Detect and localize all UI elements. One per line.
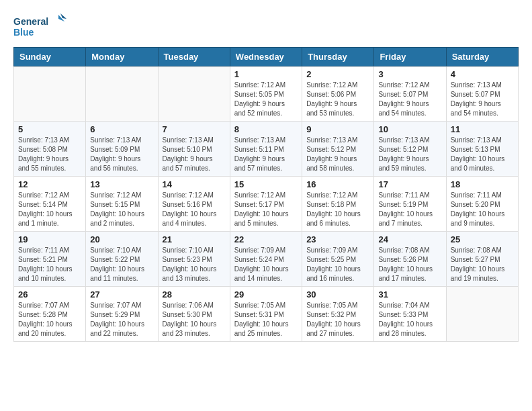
weekday-header-sunday: Sunday [14,48,86,66]
day-info: Sunrise: 7:09 AM Sunset: 5:24 PM Dayligh… [234,246,298,283]
weekday-header-friday: Friday [374,48,446,66]
day-number: 14 [163,179,226,189]
day-info: Sunrise: 7:13 AM Sunset: 5:09 PM Dayligh… [90,136,153,173]
day-info: Sunrise: 7:13 AM Sunset: 5:10 PM Dayligh… [163,136,226,173]
calendar-cell: 17Sunrise: 7:11 AM Sunset: 5:19 PM Dayli… [374,177,446,232]
day-number: 22 [234,234,298,244]
day-info: Sunrise: 7:13 AM Sunset: 5:07 PM Dayligh… [451,81,514,118]
day-number: 21 [163,234,226,244]
weekday-header-saturday: Saturday [446,48,518,66]
day-info: Sunrise: 7:12 AM Sunset: 5:17 PM Dayligh… [234,191,298,228]
day-info: Sunrise: 7:10 AM Sunset: 5:23 PM Dayligh… [163,246,226,283]
calendar-week-row: 19Sunrise: 7:11 AM Sunset: 5:21 PM Dayli… [14,232,519,287]
calendar-cell [446,287,518,342]
day-info: Sunrise: 7:11 AM Sunset: 5:19 PM Dayligh… [378,191,441,228]
calendar-cell: 13Sunrise: 7:12 AM Sunset: 5:15 PM Dayli… [86,177,158,232]
calendar-cell: 16Sunrise: 7:12 AM Sunset: 5:18 PM Dayli… [302,177,374,232]
day-info: Sunrise: 7:08 AM Sunset: 5:27 PM Dayligh… [451,246,514,283]
calendar-week-row: 12Sunrise: 7:12 AM Sunset: 5:14 PM Dayli… [14,177,519,232]
day-number: 29 [234,289,298,300]
day-number: 25 [451,234,514,244]
calendar-cell: 5Sunrise: 7:13 AM Sunset: 5:08 PM Daylig… [14,122,86,177]
day-info: Sunrise: 7:05 AM Sunset: 5:31 PM Dayligh… [234,301,298,338]
logo-svg: General Blue [13,13,67,40]
day-info: Sunrise: 7:13 AM Sunset: 5:08 PM Dayligh… [18,136,81,173]
day-info: Sunrise: 7:13 AM Sunset: 5:13 PM Dayligh… [451,136,514,173]
calendar-week-row: 1Sunrise: 7:12 AM Sunset: 5:05 PM Daylig… [14,66,519,122]
day-info: Sunrise: 7:12 AM Sunset: 5:16 PM Dayligh… [163,191,226,228]
calendar-cell: 10Sunrise: 7:13 AM Sunset: 5:12 PM Dayli… [374,122,446,177]
calendar-cell: 19Sunrise: 7:11 AM Sunset: 5:21 PM Dayli… [14,232,86,287]
day-info: Sunrise: 7:07 AM Sunset: 5:28 PM Dayligh… [18,301,81,338]
day-number: 12 [18,179,81,189]
calendar-cell: 6Sunrise: 7:13 AM Sunset: 5:09 PM Daylig… [86,122,158,177]
day-info: Sunrise: 7:06 AM Sunset: 5:30 PM Dayligh… [163,301,226,338]
svg-marker-2 [60,13,66,19]
day-number: 10 [378,124,441,134]
calendar-cell: 28Sunrise: 7:06 AM Sunset: 5:30 PM Dayli… [158,287,230,342]
day-info: Sunrise: 7:10 AM Sunset: 5:22 PM Dayligh… [90,246,153,283]
day-info: Sunrise: 7:13 AM Sunset: 5:11 PM Dayligh… [234,136,298,173]
calendar-cell: 25Sunrise: 7:08 AM Sunset: 5:27 PM Dayli… [446,232,518,287]
day-number: 15 [234,179,298,189]
calendar-cell: 11Sunrise: 7:13 AM Sunset: 5:13 PM Dayli… [446,122,518,177]
day-info: Sunrise: 7:12 AM Sunset: 5:14 PM Dayligh… [18,191,81,228]
day-info: Sunrise: 7:09 AM Sunset: 5:25 PM Dayligh… [306,246,369,283]
day-info: Sunrise: 7:04 AM Sunset: 5:33 PM Dayligh… [378,301,441,338]
day-number: 6 [90,124,153,134]
day-info: Sunrise: 7:11 AM Sunset: 5:21 PM Dayligh… [18,246,81,283]
calendar-cell: 21Sunrise: 7:10 AM Sunset: 5:23 PM Dayli… [158,232,230,287]
day-info: Sunrise: 7:07 AM Sunset: 5:29 PM Dayligh… [90,301,153,338]
day-number: 24 [378,234,441,244]
day-number: 1 [234,69,298,79]
calendar-cell: 14Sunrise: 7:12 AM Sunset: 5:16 PM Dayli… [158,177,230,232]
day-number: 5 [18,124,81,134]
weekday-header-wednesday: Wednesday [230,48,302,66]
calendar-week-row: 26Sunrise: 7:07 AM Sunset: 5:28 PM Dayli… [14,287,519,342]
svg-text:General: General [13,16,48,27]
weekday-header-tuesday: Tuesday [158,48,230,66]
day-number: 2 [306,69,369,79]
day-number: 3 [378,69,441,79]
calendar-cell: 7Sunrise: 7:13 AM Sunset: 5:10 PM Daylig… [158,122,230,177]
page-header: General Blue [13,13,519,40]
calendar-cell: 9Sunrise: 7:13 AM Sunset: 5:12 PM Daylig… [302,122,374,177]
calendar-cell: 23Sunrise: 7:09 AM Sunset: 5:25 PM Dayli… [302,232,374,287]
calendar-cell [14,66,86,122]
calendar-cell: 4Sunrise: 7:13 AM Sunset: 5:07 PM Daylig… [446,66,518,122]
day-number: 26 [18,289,81,300]
weekday-header-thursday: Thursday [302,48,374,66]
calendar-cell: 8Sunrise: 7:13 AM Sunset: 5:11 PM Daylig… [230,122,302,177]
calendar-cell: 26Sunrise: 7:07 AM Sunset: 5:28 PM Dayli… [14,287,86,342]
svg-text:Blue: Blue [13,27,34,38]
calendar-cell: 2Sunrise: 7:12 AM Sunset: 5:06 PM Daylig… [302,66,374,122]
day-number: 20 [90,234,153,244]
calendar-cell: 18Sunrise: 7:11 AM Sunset: 5:20 PM Dayli… [446,177,518,232]
day-number: 30 [306,289,369,300]
calendar-cell: 1Sunrise: 7:12 AM Sunset: 5:05 PM Daylig… [230,66,302,122]
calendar-cell: 29Sunrise: 7:05 AM Sunset: 5:31 PM Dayli… [230,287,302,342]
calendar-cell: 24Sunrise: 7:08 AM Sunset: 5:26 PM Dayli… [374,232,446,287]
day-info: Sunrise: 7:08 AM Sunset: 5:26 PM Dayligh… [378,246,441,283]
calendar-cell [158,66,230,122]
calendar-table: SundayMondayTuesdayWednesdayThursdayFrid… [13,47,519,342]
day-number: 9 [306,124,369,134]
day-info: Sunrise: 7:12 AM Sunset: 5:18 PM Dayligh… [306,191,369,228]
day-number: 18 [451,179,514,189]
day-info: Sunrise: 7:12 AM Sunset: 5:07 PM Dayligh… [378,81,441,118]
day-number: 19 [18,234,81,244]
day-number: 8 [234,124,298,134]
day-number: 4 [451,69,514,79]
day-info: Sunrise: 7:05 AM Sunset: 5:32 PM Dayligh… [306,301,369,338]
calendar-cell: 22Sunrise: 7:09 AM Sunset: 5:24 PM Dayli… [230,232,302,287]
day-number: 16 [306,179,369,189]
day-number: 13 [90,179,153,189]
day-info: Sunrise: 7:12 AM Sunset: 5:05 PM Dayligh… [234,81,298,118]
calendar-week-row: 5Sunrise: 7:13 AM Sunset: 5:08 PM Daylig… [14,122,519,177]
day-number: 11 [451,124,514,134]
day-number: 23 [306,234,369,244]
day-number: 28 [163,289,226,300]
weekday-header-monday: Monday [86,48,158,66]
calendar-cell: 31Sunrise: 7:04 AM Sunset: 5:33 PM Dayli… [374,287,446,342]
day-number: 7 [163,124,226,134]
